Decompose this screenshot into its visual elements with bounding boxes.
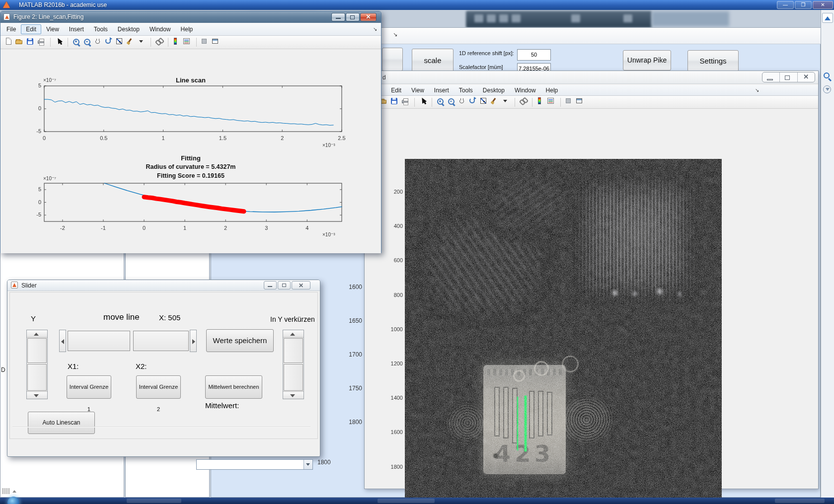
- menu-item-edit[interactable]: Edit: [21, 24, 41, 34]
- move-line-slider[interactable]: [59, 330, 197, 353]
- menu-item-window[interactable]: Window: [510, 85, 541, 95]
- legend-button[interactable]: [547, 97, 557, 107]
- restore-button[interactable]: ❐: [795, 1, 812, 9]
- interval-limit1-button[interactable]: Interval Grenze 1: [67, 375, 111, 399]
- link-plots-button[interactable]: [519, 97, 529, 107]
- caret-button[interactable]: [137, 37, 148, 48]
- collapse-button[interactable]: [822, 13, 833, 23]
- colorbar-button[interactable]: [536, 97, 546, 107]
- save-values-button[interactable]: Werte speichern: [206, 329, 274, 352]
- compute-mean-button[interactable]: Mittelwert berechnen: [205, 375, 262, 399]
- dock-a-button[interactable]: [200, 37, 211, 48]
- minimize-button[interactable]: —: [777, 1, 794, 9]
- scroll-down-button[interactable]: [27, 391, 47, 399]
- cursor-button[interactable]: [54, 37, 65, 48]
- menu-item-tools[interactable]: Tools: [89, 24, 113, 34]
- menu-item-edit[interactable]: Edit: [386, 85, 406, 95]
- scroll-up-button[interactable]: [27, 330, 47, 338]
- data-cursor-button[interactable]: [115, 37, 126, 48]
- scroll-down-button[interactable]: [283, 391, 303, 399]
- menu-item-tools[interactable]: Tools: [454, 85, 478, 95]
- close-button[interactable]: ✕: [292, 281, 310, 289]
- menu-item-insert[interactable]: Insert: [429, 85, 454, 95]
- unwrap-pike-button[interactable]: Unwrap Pike: [623, 50, 671, 71]
- menu-item-insert[interactable]: Insert: [64, 24, 89, 34]
- y-scrollbar[interactable]: [26, 330, 48, 399]
- background-combobox[interactable]: [196, 459, 313, 470]
- menu-item-desktop[interactable]: Desktop: [478, 85, 510, 95]
- scrollbar-thumb[interactable]: [27, 364, 47, 391]
- menu-item-view[interactable]: View: [406, 85, 429, 95]
- caret-button[interactable]: [501, 97, 512, 107]
- slider-left-button[interactable]: [59, 330, 66, 352]
- brush-button[interactable]: [126, 37, 137, 48]
- legend-button[interactable]: [183, 37, 193, 48]
- pan-hand-icon: [95, 40, 100, 44]
- expand-circle-icon[interactable]: [823, 85, 831, 93]
- slider-thumb[interactable]: [133, 331, 189, 351]
- linescan-marker-line[interactable]: [517, 397, 518, 450]
- colorbar-button[interactable]: [172, 37, 182, 48]
- scroll-up-button[interactable]: [283, 330, 303, 338]
- pan-hand-button[interactable]: [93, 37, 104, 48]
- minimize-button[interactable]: [264, 281, 277, 289]
- menu-item-help[interactable]: Help: [541, 85, 563, 95]
- chevron-icon[interactable]: ↘: [755, 87, 814, 93]
- linescan-marker-line[interactable]: [525, 396, 527, 451]
- maximize-button[interactable]: [346, 13, 360, 21]
- chevron-icon[interactable]: ↘: [373, 26, 377, 32]
- taskbar-item[interactable]: [378, 499, 435, 503]
- reference-shift-input[interactable]: 50: [517, 49, 551, 61]
- dock-a-button[interactable]: [564, 97, 575, 107]
- pan-hand-button[interactable]: [457, 97, 468, 107]
- scrollbar-thumb[interactable]: [27, 338, 47, 363]
- close-button[interactable]: ✕: [360, 13, 377, 21]
- settings-button[interactable]: Settings: [687, 50, 739, 72]
- open-folder-button[interactable]: [15, 37, 25, 48]
- dock-b-button[interactable]: [575, 97, 586, 107]
- save-button[interactable]: [390, 97, 400, 107]
- minimize-button[interactable]: [762, 72, 780, 82]
- rotate-3d-button[interactable]: [468, 97, 479, 107]
- menu-item-view[interactable]: View: [41, 24, 64, 34]
- data-cursor-button[interactable]: [479, 97, 490, 107]
- link-plots-button[interactable]: [154, 37, 165, 48]
- search-icon[interactable]: [824, 72, 830, 78]
- chevron-icon[interactable]: ↘: [393, 31, 397, 38]
- taskbar-item[interactable]: [127, 499, 181, 503]
- brush-button[interactable]: [490, 97, 501, 107]
- save-button[interactable]: [26, 37, 36, 48]
- restore-button[interactable]: [780, 72, 797, 82]
- close-button[interactable]: ✕: [813, 1, 833, 9]
- cursor-button[interactable]: [418, 97, 429, 107]
- interval-limit2-button[interactable]: Interval Grenze 2: [136, 375, 181, 399]
- zoom-out-button[interactable]: [82, 37, 93, 48]
- zoom-in-button[interactable]: [436, 97, 446, 107]
- restore-button[interactable]: [278, 281, 291, 289]
- dropdown-button[interactable]: [303, 460, 312, 469]
- slider-right-button[interactable]: [190, 330, 197, 352]
- print-button[interactable]: [37, 37, 47, 48]
- menu-item-desktop[interactable]: Desktop: [113, 24, 145, 34]
- zoom-in-button[interactable]: [72, 37, 82, 48]
- axis-tick-label: 1800: [384, 464, 403, 470]
- auto-linescan-button[interactable]: Auto Linescan: [28, 412, 95, 434]
- menu-item-window[interactable]: Window: [145, 24, 176, 34]
- new-document-button[interactable]: [4, 37, 14, 48]
- scale-button[interactable]: scale: [412, 49, 454, 72]
- menu-item-file[interactable]: File: [1, 24, 21, 34]
- taskbar-item[interactable]: [775, 499, 825, 503]
- rotate-3d-button[interactable]: [104, 37, 115, 48]
- resize-grip[interactable]: [2, 488, 15, 495]
- scrollbar-thumb[interactable]: [284, 364, 303, 391]
- dock-b-button[interactable]: [211, 37, 222, 48]
- scrollbar-thumb[interactable]: [284, 338, 303, 363]
- menu-item-help[interactable]: Help: [176, 24, 198, 34]
- partial-button[interactable]: [382, 48, 403, 71]
- shorten-y-scrollbar[interactable]: [283, 330, 304, 399]
- close-button[interactable]: ✕: [798, 72, 815, 82]
- minimize-button[interactable]: [331, 13, 345, 21]
- zoom-out-button[interactable]: [447, 97, 457, 107]
- slider-thumb[interactable]: [68, 331, 130, 351]
- print-button[interactable]: [401, 97, 411, 107]
